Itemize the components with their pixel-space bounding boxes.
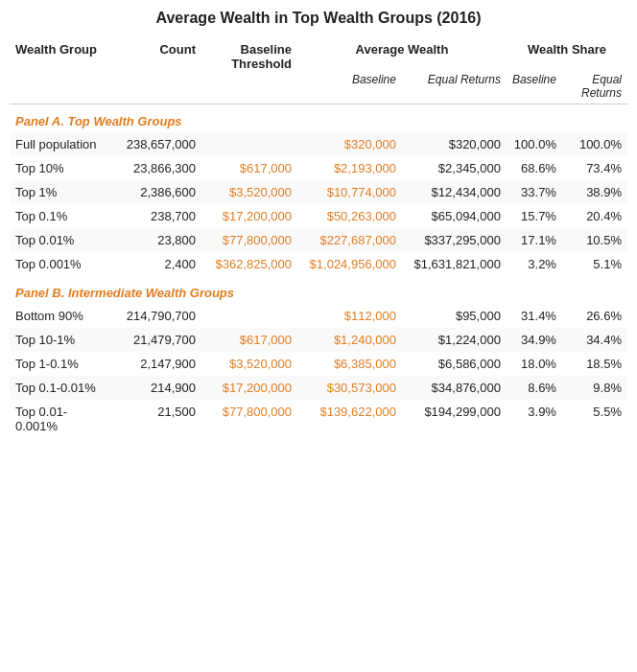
cell-count: 214,790,700 [115, 304, 201, 328]
cell-share-equal: 38.9% [562, 180, 627, 204]
cell-avg-baseline: $227,687,000 [297, 228, 402, 252]
cell-count: 238,700 [115, 204, 201, 228]
cell-share-baseline: 3.2% [507, 252, 562, 276]
panel-a-label: Panel A. Top Wealth Groups [10, 104, 627, 133]
cell-baseline-threshold: $17,200,000 [201, 376, 297, 400]
panel-b-label: Panel B. Intermediate Wealth Groups [10, 276, 627, 304]
cell-share-baseline: 68.6% [507, 156, 562, 180]
cell-avg-equal: $320,000 [402, 132, 507, 156]
table-row: Top 10-1% 21,479,700 $617,000 $1,240,000… [10, 328, 627, 352]
cell-count: 21,500 [115, 400, 201, 438]
cell-baseline-threshold [201, 132, 297, 156]
cell-avg-equal: $1,631,821,000 [402, 252, 507, 276]
col-subheader-avg-equal-returns: Equal Returns [402, 71, 507, 104]
cell-count: 2,147,900 [115, 352, 201, 376]
cell-avg-baseline: $112,000 [297, 304, 402, 328]
table-row: Top 1% 2,386,600 $3,520,000 $10,774,000 … [10, 180, 627, 204]
cell-group: Top 0.1% [10, 204, 115, 228]
cell-group: Top 10-1% [10, 328, 115, 352]
col-subheader-count [115, 71, 201, 104]
cell-avg-baseline: $50,263,000 [297, 204, 402, 228]
cell-share-baseline: 8.6% [507, 376, 562, 400]
cell-avg-baseline: $2,193,000 [297, 156, 402, 180]
cell-baseline-threshold: $77,800,000 [201, 228, 297, 252]
cell-group: Top 1-0.1% [10, 352, 115, 376]
cell-count: 2,400 [115, 252, 201, 276]
cell-share-equal: 73.4% [562, 156, 627, 180]
cell-share-baseline: 33.7% [507, 180, 562, 204]
cell-avg-equal: $12,434,000 [402, 180, 507, 204]
cell-baseline-threshold: $362,825,000 [201, 252, 297, 276]
table-row: Top 0.001% 2,400 $362,825,000 $1,024,956… [10, 252, 627, 276]
table-row: Top 0.01-0.001% 21,500 $77,800,000 $139,… [10, 400, 627, 438]
col-header-wealth-group: Wealth Group [10, 38, 115, 71]
cell-share-baseline: 15.7% [507, 204, 562, 228]
cell-share-equal: 18.5% [562, 352, 627, 376]
cell-share-baseline: 100.0% [507, 132, 562, 156]
cell-share-baseline: 34.9% [507, 328, 562, 352]
cell-count: 23,800 [115, 228, 201, 252]
cell-avg-baseline: $10,774,000 [297, 180, 402, 204]
cell-baseline-threshold: $617,000 [201, 328, 297, 352]
col-header-avg-wealth: Average Wealth [297, 38, 507, 71]
cell-share-equal: 34.4% [562, 328, 627, 352]
cell-avg-baseline: $139,622,000 [297, 400, 402, 438]
cell-group: Top 10% [10, 156, 115, 180]
col-header-count: Count [115, 38, 201, 71]
col-subheader-share-equal-returns: Equal Returns [562, 71, 627, 104]
cell-avg-equal: $6,586,000 [402, 352, 507, 376]
col-subheader-baseline-threshold [201, 71, 297, 104]
cell-avg-baseline: $320,000 [297, 132, 402, 156]
cell-avg-equal: $194,299,000 [402, 400, 507, 438]
cell-baseline-threshold: $77,800,000 [201, 400, 297, 438]
cell-avg-equal: $2,345,000 [402, 156, 507, 180]
cell-count: 23,866,300 [115, 156, 201, 180]
cell-avg-equal: $95,000 [402, 304, 507, 328]
cell-share-baseline: 18.0% [507, 352, 562, 376]
col-header-wealth-share: Wealth Share [507, 38, 627, 71]
col-subheader-share-baseline: Baseline [507, 71, 562, 104]
cell-baseline-threshold: $3,520,000 [201, 352, 297, 376]
cell-group: Top 0.001% [10, 252, 115, 276]
cell-baseline-threshold: $17,200,000 [201, 204, 297, 228]
cell-count: 21,479,700 [115, 328, 201, 352]
cell-share-equal: 9.8% [562, 376, 627, 400]
cell-share-equal: 5.1% [562, 252, 627, 276]
cell-group: Top 1% [10, 180, 115, 204]
table-row: Top 0.01% 23,800 $77,800,000 $227,687,00… [10, 228, 627, 252]
cell-share-equal: 5.5% [562, 400, 627, 438]
cell-avg-baseline: $6,385,000 [297, 352, 402, 376]
table-row: Top 1-0.1% 2,147,900 $3,520,000 $6,385,0… [10, 352, 627, 376]
cell-baseline-threshold: $3,520,000 [201, 180, 297, 204]
table-row: Bottom 90% 214,790,700 $112,000 $95,000 … [10, 304, 627, 328]
cell-share-equal: 10.5% [562, 228, 627, 252]
page-title: Average Wealth in Top Wealth Groups (201… [10, 10, 627, 27]
cell-count: 238,657,000 [115, 132, 201, 156]
cell-baseline-threshold: $617,000 [201, 156, 297, 180]
cell-group: Top 0.01-0.001% [10, 400, 115, 438]
cell-share-equal: 20.4% [562, 204, 627, 228]
table-row: Top 10% 23,866,300 $617,000 $2,193,000 $… [10, 156, 627, 180]
cell-share-equal: 100.0% [562, 132, 627, 156]
cell-group: Bottom 90% [10, 304, 115, 328]
cell-share-baseline: 3.9% [507, 400, 562, 438]
table-row: Top 0.1-0.01% 214,900 $17,200,000 $30,57… [10, 376, 627, 400]
col-subheader-wealth-group [10, 71, 115, 104]
col-subheader-avg-baseline: Baseline [297, 71, 402, 104]
cell-share-baseline: 17.1% [507, 228, 562, 252]
table-row: Full population 238,657,000 $320,000 $32… [10, 132, 627, 156]
cell-avg-equal: $65,094,000 [402, 204, 507, 228]
cell-avg-baseline: $30,573,000 [297, 376, 402, 400]
cell-group: Top 0.1-0.01% [10, 376, 115, 400]
cell-count: 214,900 [115, 376, 201, 400]
col-header-baseline-threshold: Baseline Threshold [201, 38, 297, 71]
cell-avg-equal: $34,876,000 [402, 376, 507, 400]
cell-avg-baseline: $1,240,000 [297, 328, 402, 352]
cell-baseline-threshold [201, 304, 297, 328]
cell-avg-baseline: $1,024,956,000 [297, 252, 402, 276]
cell-group: Full population [10, 132, 115, 156]
cell-share-equal: 26.6% [562, 304, 627, 328]
cell-count: 2,386,600 [115, 180, 201, 204]
cell-share-baseline: 31.4% [507, 304, 562, 328]
table-row: Top 0.1% 238,700 $17,200,000 $50,263,000… [10, 204, 627, 228]
